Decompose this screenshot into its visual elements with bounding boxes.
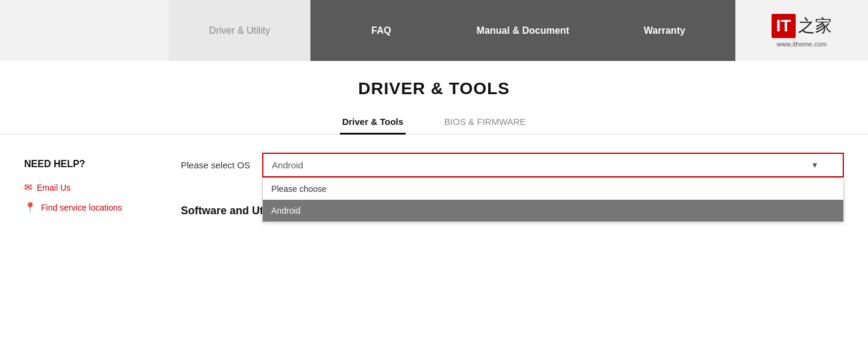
os-select-display[interactable]: Android ▼ xyxy=(262,153,844,177)
os-selector-row: Please select OS Android ▼ Please choose… xyxy=(181,153,844,177)
nav-tab-manual-document[interactable]: Manual & Document xyxy=(452,0,594,61)
two-col-layout: NEED HELP? ✉ Email Us 📍 Find service loc… xyxy=(0,153,868,221)
nav-spacer xyxy=(0,0,169,61)
find-service-link[interactable]: 📍 Find service locations xyxy=(24,202,133,213)
logo-chinese-text: 之家 xyxy=(798,14,832,37)
os-dropdown: Please choose Android xyxy=(262,177,844,222)
top-navigation: Driver & Utility FAQ Manual & Document W… xyxy=(0,0,868,61)
page-title: DRIVER & TOOLS xyxy=(0,79,868,98)
nav-tab-faq[interactable]: FAQ xyxy=(310,0,452,61)
email-icon: ✉ xyxy=(24,182,32,193)
nav-tab-driver-utility[interactable]: Driver & Utility xyxy=(169,0,310,61)
os-option-android[interactable]: Android xyxy=(263,200,843,221)
chevron-down-icon: ▼ xyxy=(811,161,819,170)
sidebar: NEED HELP? ✉ Email Us 📍 Find service loc… xyxy=(24,159,145,221)
logo: IT 之家 xyxy=(772,14,832,38)
main-content: DRIVER & TOOLS Driver & Tools BIOS & FIR… xyxy=(0,61,868,221)
sub-tab-driver-tools[interactable]: Driver & Tools xyxy=(340,110,406,135)
os-select-wrapper: Android ▼ Please choose Android xyxy=(262,153,844,177)
email-us-link[interactable]: ✉ Email Us xyxy=(24,182,133,193)
os-option-please-choose[interactable]: Please choose xyxy=(263,178,843,200)
sub-tab-bios-firmware[interactable]: BIOS & FIRMWARE xyxy=(442,110,528,135)
nav-tab-warranty[interactable]: Warranty xyxy=(594,0,735,61)
os-select-value: Android xyxy=(272,160,303,170)
page-title-area: DRIVER & TOOLS xyxy=(0,61,868,110)
need-help-title: NEED HELP? xyxy=(24,159,133,170)
os-selector-label: Please select OS xyxy=(181,160,250,170)
logo-url: www.ithome.com xyxy=(776,40,826,48)
location-icon: 📍 xyxy=(24,202,36,213)
right-content: Please select OS Android ▼ Please choose… xyxy=(145,153,844,221)
sub-tab-list: Driver & Tools BIOS & FIRMWARE xyxy=(0,110,868,135)
logo-it-text: IT xyxy=(772,14,796,38)
nav-tab-list: Driver & Utility FAQ Manual & Document W… xyxy=(169,0,735,61)
logo-area: IT 之家 www.ithome.com xyxy=(735,0,868,61)
